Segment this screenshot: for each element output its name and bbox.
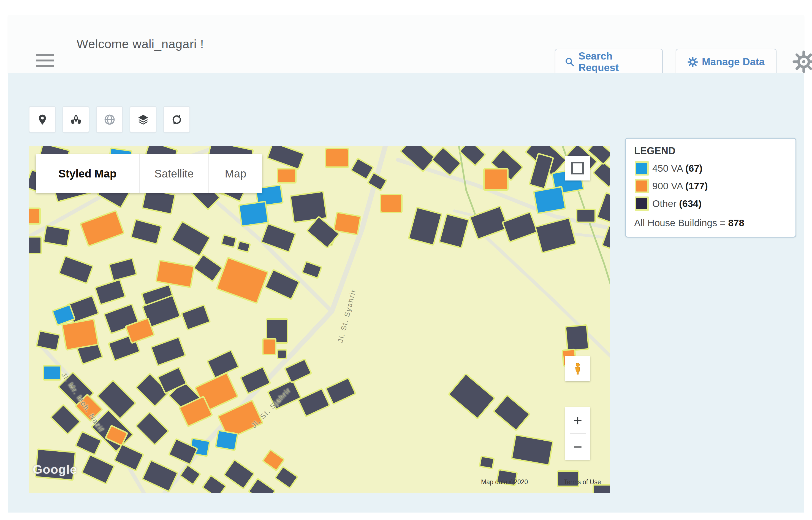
buildings-layer: Jl. St. SyahrirJl. St. SjahrirJl. Mr. Mo… — [29, 146, 610, 493]
terms-of-use-link[interactable]: Terms of Use — [564, 478, 601, 486]
map-building — [222, 236, 235, 246]
map-building — [536, 219, 575, 252]
map-type-control: Styled Map Satellite Map — [36, 154, 262, 193]
pegman-icon — [571, 362, 584, 375]
map-building — [401, 146, 435, 171]
map-building — [44, 226, 69, 245]
globe-button[interactable] — [96, 106, 123, 133]
map-building — [157, 261, 194, 287]
map-building — [182, 306, 209, 329]
map-building — [238, 242, 249, 251]
refresh-button[interactable] — [163, 106, 190, 133]
legend-swatch-900va — [636, 181, 647, 191]
map-building — [52, 406, 79, 433]
refresh-icon — [171, 113, 183, 126]
map-building — [240, 202, 268, 226]
layers-button[interactable] — [130, 106, 157, 133]
markers-cluster-button[interactable] — [62, 106, 89, 133]
legend-swatch-other — [636, 198, 647, 209]
map-building — [143, 189, 174, 213]
manage-data-label: Manage Data — [702, 56, 765, 68]
map-building — [594, 163, 610, 186]
map-building — [461, 146, 485, 165]
map-building — [37, 332, 59, 349]
fullscreen-button[interactable] — [565, 156, 590, 181]
legend-title: LEGEND — [634, 145, 787, 157]
content-area: Jl. St. SyahrirJl. St. SjahrirJl. Mr. Mo… — [8, 73, 804, 513]
map-building — [286, 360, 311, 382]
map-building — [29, 209, 39, 223]
manage-data-button[interactable]: Manage Data — [676, 49, 777, 75]
map-building — [369, 174, 386, 189]
legend-item-other: Other (634) — [634, 195, 787, 212]
map-building — [173, 223, 209, 255]
map-building — [60, 257, 92, 283]
map-building — [495, 396, 529, 430]
map-type-map[interactable]: Map — [209, 154, 262, 193]
google-logo[interactable]: Google — [33, 462, 77, 477]
street-label: Jl. St. Syahrir — [336, 288, 358, 343]
legend-label: 450 VA — [652, 163, 682, 174]
map-building — [218, 259, 267, 302]
legend-label: Other — [652, 198, 676, 209]
map-building — [194, 256, 221, 281]
map-building — [534, 187, 565, 213]
gear-icon — [688, 57, 698, 67]
layers-icon — [137, 113, 149, 126]
map-building — [29, 237, 40, 253]
map-building — [152, 338, 185, 365]
globe-icon — [104, 113, 116, 126]
map-building — [308, 218, 338, 247]
map-building — [203, 476, 225, 493]
map-building — [503, 213, 536, 241]
page-title: Welcome wali_nagari ! — [77, 15, 204, 73]
map-building — [241, 368, 269, 393]
map-marker-button[interactable] — [29, 106, 56, 133]
map-building — [278, 170, 295, 182]
zoom-in-button[interactable]: + — [565, 407, 590, 433]
map-building — [594, 486, 610, 493]
map-type-styled[interactable]: Styled Map — [36, 154, 139, 193]
map-building — [115, 445, 143, 470]
hamburger-menu-icon[interactable] — [36, 54, 54, 70]
map-building — [299, 390, 329, 416]
zoom-out-button[interactable]: − — [565, 434, 590, 460]
map-building — [603, 227, 610, 250]
map-building — [471, 207, 507, 238]
map-building — [217, 431, 237, 450]
legend-label: 900 VA — [652, 181, 682, 191]
map-building — [181, 466, 200, 484]
pegman-control[interactable] — [565, 356, 590, 381]
map-building — [450, 375, 494, 417]
map-building — [433, 148, 460, 175]
map-building — [132, 220, 161, 243]
map-building — [96, 281, 124, 304]
map-building — [291, 192, 326, 222]
map-building — [262, 225, 295, 251]
legend-panel: LEGEND 450 VA (67) 900 VA (177) Other (6… — [625, 138, 796, 237]
map-building — [44, 366, 60, 379]
search-request-button[interactable]: Search Request — [555, 49, 663, 75]
map-building — [566, 326, 588, 350]
map-building — [352, 159, 372, 178]
map-building — [143, 461, 177, 491]
map-building — [326, 149, 348, 166]
map-building — [76, 432, 100, 454]
map-building — [208, 351, 238, 377]
map-building — [327, 379, 355, 403]
legend-total: All House Buildings = 878 — [634, 217, 787, 229]
map-building — [267, 320, 287, 342]
map-canvas[interactable]: Jl. St. SyahrirJl. St. SjahrirJl. Mr. Mo… — [29, 146, 610, 493]
settings-gear-icon[interactable] — [792, 50, 812, 73]
legend-count: (67) — [685, 163, 702, 174]
map-building — [81, 212, 123, 245]
map-building — [276, 468, 297, 487]
markers-cluster-icon — [70, 113, 82, 126]
map-building — [278, 350, 286, 358]
legend-item-900va: 900 VA (177) — [634, 177, 787, 195]
map-building — [83, 456, 113, 483]
map-building — [480, 457, 494, 468]
legend-item-450va: 450 VA (67) — [634, 160, 787, 177]
map-type-satellite[interactable]: Satellite — [140, 154, 208, 193]
map-building — [250, 479, 274, 493]
